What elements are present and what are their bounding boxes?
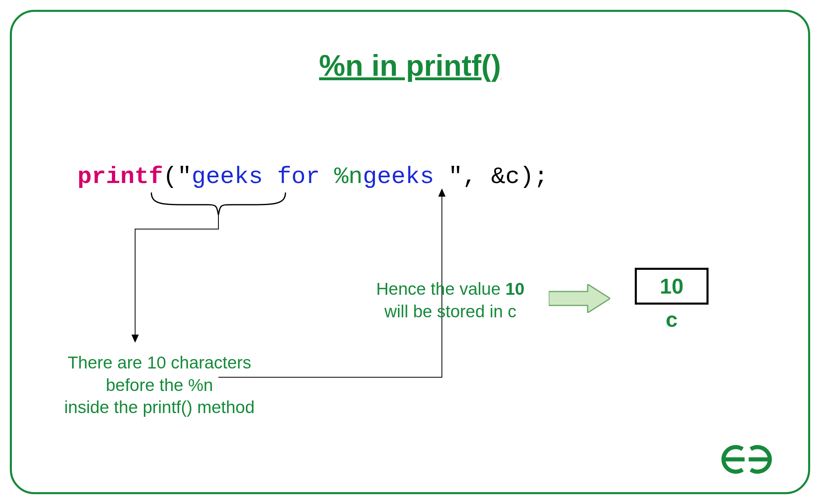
diagram-title: %n in printf() — [12, 49, 808, 82]
code-close-paren: ) — [520, 163, 534, 190]
variable-box: 10 c — [635, 268, 709, 332]
code-semicolon: ; — [534, 163, 548, 190]
annotation-stored-in-c: Hence the value 10 will be stored in c — [368, 278, 532, 323]
code-format-spec: %n — [334, 163, 363, 190]
ann1-line3: inside the printf() method — [45, 396, 274, 419]
code-quote-open: " — [177, 163, 192, 190]
ann1-line2: before the %n — [45, 374, 274, 397]
connector-to-ann1 — [135, 215, 218, 337]
svg-marker-0 — [549, 284, 610, 313]
code-open-paren: ( — [163, 163, 177, 190]
code-string-after: geeks — [363, 163, 448, 190]
arrowhead-ann1 — [132, 334, 139, 343]
connector-overlay — [12, 12, 808, 492]
code-string-before: geeks for — [191, 163, 334, 190]
brace-icon — [151, 192, 285, 215]
variable-value: 10 — [635, 268, 709, 305]
ann2-post: will be stored in c — [384, 302, 516, 321]
diagram-frame: %n in printf() printf("geeks for %ngeeks… — [10, 10, 810, 494]
geeksforgeeks-logo-icon — [710, 443, 784, 476]
code-line: printf("geeks for %ngeeks ", &c); — [77, 163, 548, 190]
ann2-value: 10 — [505, 279, 525, 298]
code-arg: , &c — [463, 163, 520, 190]
ann2-pre: Hence the value — [376, 279, 505, 298]
arrow-right-icon — [549, 284, 610, 313]
code-keyword: printf — [77, 163, 163, 190]
annotation-chars-before: There are 10 characters before the %n in… — [45, 352, 274, 419]
variable-name: c — [635, 307, 709, 332]
ann1-line1: There are 10 characters — [45, 352, 274, 374]
code-quote-close: " — [448, 163, 463, 190]
